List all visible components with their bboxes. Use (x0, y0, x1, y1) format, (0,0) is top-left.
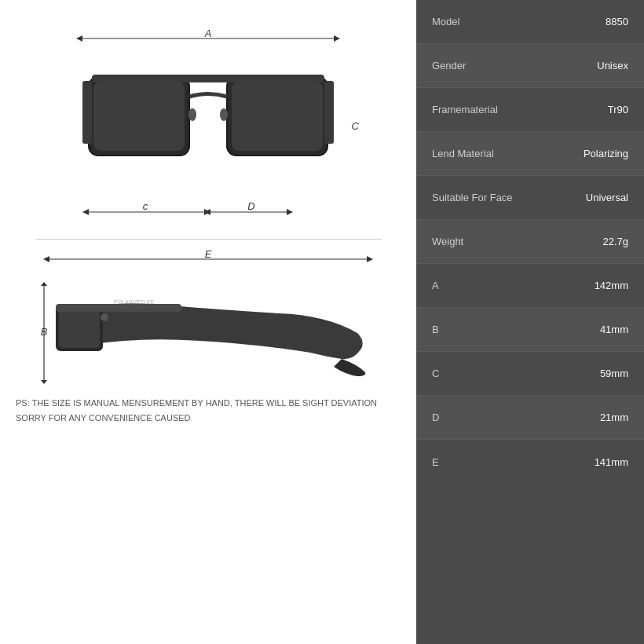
spec-rows: Model8850GenderUnisexFramematerialTr90Le… (416, 0, 644, 484)
spec-row-d: D21mm (416, 396, 644, 440)
svg-marker-27 (41, 380, 47, 384)
spec-row-suitable-for-face: Suitable For FaceUniversal (416, 176, 644, 220)
spec-row-lend-material: Lend MaterialPolarizing (416, 132, 644, 176)
a-dimension-top: A (75, 30, 342, 50)
ps-note-container: PS: THE SIZE IS MANUAL MENSUREMENT BY HA… (16, 395, 401, 424)
spec-label: E (432, 456, 439, 468)
spec-label: Weight (432, 236, 463, 247)
svg-marker-23 (367, 256, 373, 262)
svg-text:E: E (205, 251, 212, 260)
cd-arrow-svg: c D (75, 199, 342, 225)
left-panel: A (0, 0, 416, 644)
e-dimension: E (43, 251, 373, 271)
svg-marker-2 (334, 35, 340, 42)
divider (35, 239, 382, 240)
spec-value: 142mm (595, 280, 628, 291)
svg-rect-6 (92, 75, 324, 82)
spec-value: 59mm (600, 368, 628, 379)
svg-point-11 (188, 108, 196, 121)
b-arrow-svg: B (32, 282, 56, 384)
svg-text:c: c (143, 200, 148, 212)
svg-text:B: B (41, 326, 48, 338)
spec-value: 22.7g (602, 236, 628, 247)
spec-value: 8850 (606, 16, 628, 27)
specs-panel: Model8850GenderUnisexFramematerialTr90Le… (416, 0, 644, 644)
spec-label: D (432, 412, 439, 423)
ps-note: PS: THE SIZE IS MANUAL MENSUREMENT BY HA… (16, 398, 377, 423)
glasses-front-svg (75, 53, 342, 195)
spec-value: Universal (586, 192, 628, 203)
spec-row-model: Model8850 (416, 0, 644, 44)
spec-row-e: E141mm (416, 440, 644, 484)
spec-row-weight: Weight22.7g (416, 220, 644, 264)
spec-label: Gender (432, 60, 466, 71)
svg-rect-10 (232, 82, 323, 151)
spec-row-gender: GenderUnisex (416, 44, 644, 88)
spec-label: Lend Material (432, 148, 494, 159)
side-view-container: B POLARIZED CE (43, 274, 373, 387)
glasses-front-wrapper: C (75, 53, 342, 198)
svg-marker-1 (76, 35, 82, 42)
svg-rect-30 (59, 307, 100, 348)
spec-value: 41mm (600, 324, 628, 335)
a-arrow-svg: A (75, 30, 342, 47)
spec-value: Tr90 (608, 104, 628, 115)
svg-rect-31 (56, 304, 181, 312)
spec-label: Framematerial (432, 104, 498, 115)
svg-marker-14 (82, 209, 89, 215)
svg-rect-7 (82, 81, 92, 144)
spec-value: 141mm (595, 456, 628, 468)
glasses-side-svg: POLARIZED CE (43, 274, 373, 384)
spec-label: B (432, 324, 439, 335)
spec-value: 21mm (600, 412, 628, 423)
svg-text:POLARIZED CE: POLARIZED CE (114, 299, 155, 305)
spec-label: Model (432, 16, 459, 27)
spec-row-c: C59mm (416, 352, 644, 396)
svg-marker-19 (287, 209, 293, 215)
svg-marker-22 (43, 256, 49, 262)
spec-row-framematerial: FramematerialTr90 (416, 88, 644, 132)
svg-marker-26 (41, 282, 47, 286)
svg-point-12 (220, 108, 228, 121)
spec-label: Suitable For Face (432, 192, 513, 203)
svg-text:A: A (204, 30, 212, 39)
spec-value: Polarizing (584, 148, 628, 159)
svg-rect-8 (324, 81, 334, 144)
spec-row-a: A142mm (416, 264, 644, 308)
main-container: A (0, 0, 644, 644)
svg-rect-9 (93, 82, 185, 151)
c-label: C (352, 120, 359, 132)
e-arrow-svg: E (43, 251, 373, 268)
bottom-annotations: c D (75, 199, 342, 228)
svg-point-33 (101, 313, 108, 321)
svg-text:D: D (247, 200, 254, 212)
spec-label: C (432, 368, 439, 379)
spec-row-b: B41mm (416, 308, 644, 352)
spec-value: Unisex (597, 60, 628, 71)
spec-label: A (432, 280, 439, 291)
